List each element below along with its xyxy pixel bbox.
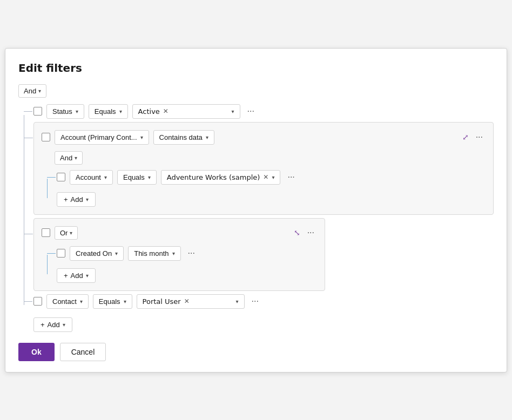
contact-operator-label: Equals [99, 297, 120, 306]
modal-footer: Ok Cancel [18, 343, 494, 361]
createdon-checkbox[interactable] [57, 249, 65, 258]
top-rows: Status ▾ Equals ▾ Active ✕ ▾ ··· [33, 104, 494, 332]
contact-value-dropdown[interactable]: Portal User ✕ ▾ [137, 294, 245, 309]
cancel-button[interactable]: Cancel [60, 343, 106, 361]
status-checkbox[interactable] [33, 107, 42, 116]
account-group-checkbox[interactable] [42, 133, 50, 141]
account-group-header: Account (Primary Cont... ▾ Contains data… [42, 130, 486, 145]
createdon-more-button[interactable]: ··· [185, 247, 198, 260]
account-inner-more-button[interactable]: ··· [285, 171, 297, 184]
contact-operator-chevron: ▾ [124, 299, 126, 304]
account-inner-and-button[interactable]: And ▾ [55, 151, 83, 165]
account-inner-and-row: And ▾ [55, 151, 486, 165]
bottom-add-button[interactable]: + Add ▾ [33, 317, 72, 332]
status-operator-chevron: ▾ [119, 109, 122, 114]
account-inner-value-tag: Adventure Works (sample) ✕ [167, 173, 269, 181]
account-add-chevron: ▾ [86, 197, 89, 202]
or-group-more-button[interactable]: ··· [305, 226, 317, 239]
or-group-box: Or ▾ ⤡ ··· Created On ▾ This month [33, 218, 325, 291]
account-operator-dropdown[interactable]: Contains data ▾ [153, 130, 214, 145]
or-group-header: Or ▾ ⤡ ··· [42, 226, 317, 240]
or-logic-chevron: ▾ [70, 230, 72, 236]
or-group-h-connector [24, 234, 33, 234]
status-operator-label: Equals [95, 107, 116, 116]
account-inner-checkbox[interactable] [57, 173, 65, 181]
account-inner-value-dropdown[interactable]: Adventure Works (sample) ✕ ▾ [161, 170, 281, 185]
account-inner-rows: Account ▾ Equals ▾ Adventure Works (samp… [57, 170, 486, 207]
status-field-chevron: ▾ [76, 109, 78, 114]
createdon-operator-chevron: ▾ [172, 250, 175, 256]
contact-value-tag: Portal User ✕ [143, 297, 233, 306]
contact-h-connector [24, 301, 32, 302]
contact-field-label: Contact [52, 297, 77, 306]
createdon-operator-label: This month [134, 249, 169, 258]
contact-more-button[interactable]: ··· [249, 295, 261, 308]
or-logic-button[interactable]: Or ▾ [55, 226, 78, 240]
createdon-inner-h-connector [47, 253, 56, 254]
createdon-field-label: Created On [76, 249, 112, 258]
account-inner-and-chevron: ▾ [75, 155, 77, 161]
or-add-button[interactable]: + Add ▾ [57, 268, 96, 283]
account-inner-h-connector [47, 177, 56, 178]
account-collapse-icon[interactable]: ⤢ [462, 133, 469, 141]
account-add-label: Add [71, 195, 83, 204]
bottom-add-plus: + [41, 321, 45, 329]
top-and-chevron: ▾ [38, 88, 41, 94]
status-more-button[interactable]: ··· [245, 105, 257, 118]
contact-operator-dropdown[interactable]: Equals ▾ [93, 294, 132, 309]
status-h-connector [24, 111, 32, 112]
top-and-button[interactable]: And ▾ [18, 84, 46, 98]
account-group-h-connector [24, 138, 33, 138]
top-connector-v [24, 115, 24, 305]
account-inner-value-close[interactable]: ✕ [263, 173, 268, 181]
or-inner-v [47, 255, 48, 274]
status-value-text: Active [138, 107, 160, 116]
top-and-label: And [24, 87, 36, 95]
contact-field-chevron: ▾ [80, 299, 83, 304]
account-field-label: Account (Primary Cont... [60, 133, 137, 141]
or-inner-rows: Created On ▾ This month ▾ ··· + Add ▾ [57, 246, 317, 283]
status-value-chevron: ▾ [232, 109, 234, 114]
or-group-checkbox[interactable] [42, 228, 50, 237]
status-value-dropdown[interactable]: Active ✕ ▾ [132, 104, 240, 119]
account-inner-v [47, 179, 48, 198]
contact-checkbox[interactable] [33, 297, 42, 306]
createdon-operator-dropdown[interactable]: This month ▾ [128, 246, 180, 261]
contact-value-text: Portal User [143, 297, 181, 306]
modal-title: Edit filters [18, 62, 494, 74]
status-value-close[interactable]: ✕ [163, 107, 169, 115]
contact-value-chevron: ▾ [236, 299, 239, 304]
or-add-chevron: ▾ [86, 273, 89, 279]
account-inner-filter-row: Account ▾ Equals ▾ Adventure Works (samp… [57, 170, 486, 185]
account-inner-field-dropdown[interactable]: Account ▾ [70, 170, 113, 185]
status-field-label: Status [52, 107, 72, 116]
account-add-button[interactable]: + Add ▾ [57, 192, 96, 207]
or-add-label: Add [71, 272, 83, 280]
status-filter-row: Status ▾ Equals ▾ Active ✕ ▾ ··· [33, 104, 494, 119]
account-operator-label: Contains data [159, 133, 203, 141]
or-collapse-icon[interactable]: ⤡ [294, 228, 300, 237]
account-inner-operator-label: Equals [123, 173, 145, 181]
ok-button[interactable]: Ok [18, 343, 55, 361]
createdon-field-chevron: ▾ [115, 250, 118, 256]
status-operator-dropdown[interactable]: Equals ▾ [89, 104, 128, 119]
account-group-more-button[interactable]: ··· [473, 131, 486, 144]
account-inner-value-chevron: ▾ [272, 174, 274, 180]
account-inner-operator-dropdown[interactable]: Equals ▾ [117, 170, 157, 185]
account-inner-value-text: Adventure Works (sample) [167, 173, 260, 181]
account-inner-operator-chevron: ▾ [148, 174, 151, 180]
contact-field-dropdown[interactable]: Contact ▾ [46, 294, 89, 309]
account-field-dropdown[interactable]: Account (Primary Cont... ▾ [55, 130, 149, 145]
bottom-add-label: Add [48, 321, 60, 329]
account-inner-field-label: Account [76, 173, 101, 181]
edit-filters-modal: Edit filters And ▾ Status ▾ Equals ▾ Act… [5, 48, 507, 372]
contact-value-close[interactable]: ✕ [184, 297, 190, 305]
account-field-chevron: ▾ [140, 134, 143, 140]
bottom-add-chevron: ▾ [63, 322, 65, 328]
account-inner-and-label: And [60, 154, 72, 162]
createdon-filter-row: Created On ▾ This month ▾ ··· [57, 246, 317, 261]
status-field-dropdown[interactable]: Status ▾ [46, 104, 84, 119]
or-logic-label: Or [60, 229, 68, 237]
createdon-field-dropdown[interactable]: Created On ▾ [70, 246, 124, 261]
status-value-tag: Active ✕ [138, 107, 228, 116]
